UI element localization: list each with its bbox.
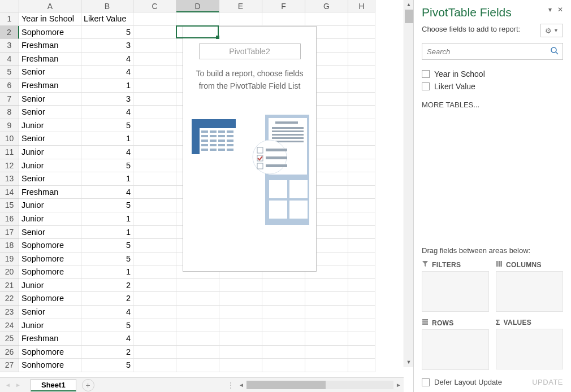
cell-D25[interactable] bbox=[176, 332, 219, 346]
scroll-down-arrow[interactable]: ▼ bbox=[404, 358, 413, 367]
cell-D23[interactable] bbox=[176, 306, 219, 319]
cell-C7[interactable] bbox=[133, 93, 176, 106]
row-header-1[interactable]: 1 bbox=[0, 12, 19, 26]
row-header-15[interactable]: 15 bbox=[0, 199, 19, 212]
cell-C21[interactable] bbox=[133, 279, 176, 293]
cell-H17[interactable] bbox=[348, 226, 375, 239]
row-header-20[interactable]: 20 bbox=[0, 265, 19, 279]
row-header-22[interactable]: 22 bbox=[0, 292, 19, 306]
cell-B19[interactable]: 5 bbox=[81, 252, 133, 266]
cell-C15[interactable] bbox=[133, 199, 176, 212]
cell-F27[interactable] bbox=[262, 359, 305, 372]
row-header-7[interactable]: 7 bbox=[0, 93, 19, 106]
cell-A25[interactable]: Freshman bbox=[19, 332, 81, 346]
cell-F21[interactable] bbox=[262, 279, 305, 293]
field-search-input[interactable] bbox=[422, 43, 563, 60]
cell-G24[interactable] bbox=[305, 319, 348, 333]
row-header-11[interactable]: 11 bbox=[0, 146, 19, 159]
cell-A15[interactable]: Junior bbox=[19, 199, 81, 212]
cell-C24[interactable] bbox=[133, 319, 176, 333]
cell-B13[interactable]: 1 bbox=[81, 172, 133, 186]
cell-A17[interactable]: Senior bbox=[19, 226, 81, 239]
cell-A8[interactable]: Senior bbox=[19, 106, 81, 119]
cell-B25[interactable]: 4 bbox=[81, 332, 133, 346]
row-header-25[interactable]: 25 bbox=[0, 332, 19, 346]
cell-A7[interactable]: Senior bbox=[19, 93, 81, 106]
cell-B15[interactable]: 5 bbox=[81, 199, 133, 212]
cell-H8[interactable] bbox=[348, 106, 375, 119]
cell-H10[interactable] bbox=[348, 132, 375, 146]
cell-A18[interactable]: Sophomore bbox=[19, 239, 81, 252]
row-header-19[interactable]: 19 bbox=[0, 252, 19, 266]
cell-B22[interactable]: 2 bbox=[81, 292, 133, 306]
cell-A16[interactable]: Junior bbox=[19, 212, 81, 226]
sheet-tab-active[interactable]: Sheet1 bbox=[31, 379, 76, 391]
search-icon[interactable] bbox=[550, 46, 559, 57]
cell-C10[interactable] bbox=[133, 132, 176, 146]
cell-G23[interactable] bbox=[305, 306, 348, 319]
filters-dropzone[interactable] bbox=[422, 271, 489, 312]
cell-G22[interactable] bbox=[305, 292, 348, 306]
row-header-12[interactable]: 12 bbox=[0, 159, 19, 173]
panel-layout-button[interactable]: ⚙ ▼ bbox=[540, 24, 563, 37]
row-header-4[interactable]: 4 bbox=[0, 53, 19, 66]
cell-D22[interactable] bbox=[176, 292, 219, 306]
row-header-23[interactable]: 23 bbox=[0, 306, 19, 319]
hscroll-right[interactable]: ► bbox=[393, 382, 404, 388]
cell-B7[interactable]: 3 bbox=[81, 93, 133, 106]
cell-C3[interactable] bbox=[133, 39, 176, 53]
cell-A2[interactable]: Sophomore bbox=[19, 26, 81, 40]
cell-G27[interactable] bbox=[305, 359, 348, 372]
tab-nav-first[interactable]: ◄ bbox=[3, 381, 12, 390]
cell-A13[interactable]: Senior bbox=[19, 172, 81, 186]
row-header-8[interactable]: 8 bbox=[0, 106, 19, 119]
cell-C2[interactable] bbox=[133, 26, 176, 40]
row-header-3[interactable]: 3 bbox=[0, 39, 19, 53]
cell-H3[interactable] bbox=[348, 39, 375, 53]
cell-H21[interactable] bbox=[348, 279, 375, 293]
row-header-26[interactable]: 26 bbox=[0, 346, 19, 359]
cell-C6[interactable] bbox=[133, 79, 176, 93]
cell-E25[interactable] bbox=[219, 332, 262, 346]
row-header-14[interactable]: 14 bbox=[0, 186, 19, 199]
cell-B24[interactable]: 5 bbox=[81, 319, 133, 333]
cell-H15[interactable] bbox=[348, 199, 375, 212]
panel-options-dropdown-icon[interactable]: ▾ bbox=[548, 6, 552, 14]
cell-H23[interactable] bbox=[348, 306, 375, 319]
cell-E23[interactable] bbox=[219, 306, 262, 319]
columns-dropzone[interactable] bbox=[496, 271, 563, 312]
cell-C27[interactable] bbox=[133, 359, 176, 372]
hscroll-thumb[interactable] bbox=[246, 381, 326, 389]
cell-H12[interactable] bbox=[348, 159, 375, 173]
field-item[interactable]: Likert Value bbox=[422, 80, 563, 93]
cell-A6[interactable]: Freshman bbox=[19, 79, 81, 93]
cell-C8[interactable] bbox=[133, 106, 176, 119]
cell-G25[interactable] bbox=[305, 332, 348, 346]
cell-B4[interactable]: 4 bbox=[81, 53, 133, 66]
cell-F22[interactable] bbox=[262, 292, 305, 306]
hscroll-left[interactable]: ◄ bbox=[236, 382, 246, 388]
cell-C18[interactable] bbox=[133, 239, 176, 252]
cell-H14[interactable] bbox=[348, 186, 375, 199]
row-header-24[interactable]: 24 bbox=[0, 319, 19, 333]
cell-H18[interactable] bbox=[348, 239, 375, 252]
horizontal-scrollbar[interactable] bbox=[246, 381, 393, 389]
cell-C23[interactable] bbox=[133, 306, 176, 319]
defer-update-checkbox[interactable] bbox=[422, 378, 430, 386]
cell-B20[interactable]: 1 bbox=[81, 265, 133, 279]
row-header-6[interactable]: 6 bbox=[0, 79, 19, 93]
cell-B23[interactable]: 4 bbox=[81, 306, 133, 319]
cell-E21[interactable] bbox=[219, 279, 262, 293]
cell-A1[interactable]: Year in School bbox=[19, 12, 81, 26]
row-header-2[interactable]: 2 bbox=[0, 26, 19, 40]
cell-F23[interactable] bbox=[262, 306, 305, 319]
cell-D24[interactable] bbox=[176, 319, 219, 333]
cell-A3[interactable]: Freshman bbox=[19, 39, 81, 53]
cell-H1[interactable] bbox=[348, 12, 375, 26]
cell-B16[interactable]: 1 bbox=[81, 212, 133, 226]
cell-H25[interactable] bbox=[348, 332, 375, 346]
column-header-C[interactable]: C bbox=[133, 0, 176, 12]
cell-B5[interactable]: 4 bbox=[81, 66, 133, 79]
cell-G21[interactable] bbox=[305, 279, 348, 293]
cell-H26[interactable] bbox=[348, 346, 375, 359]
